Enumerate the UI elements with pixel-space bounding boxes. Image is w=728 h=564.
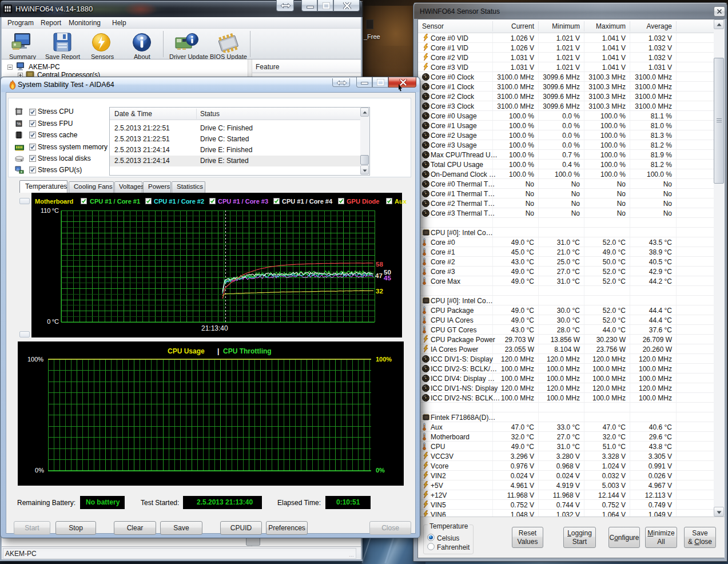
svg-text:%: % bbox=[17, 121, 21, 126]
